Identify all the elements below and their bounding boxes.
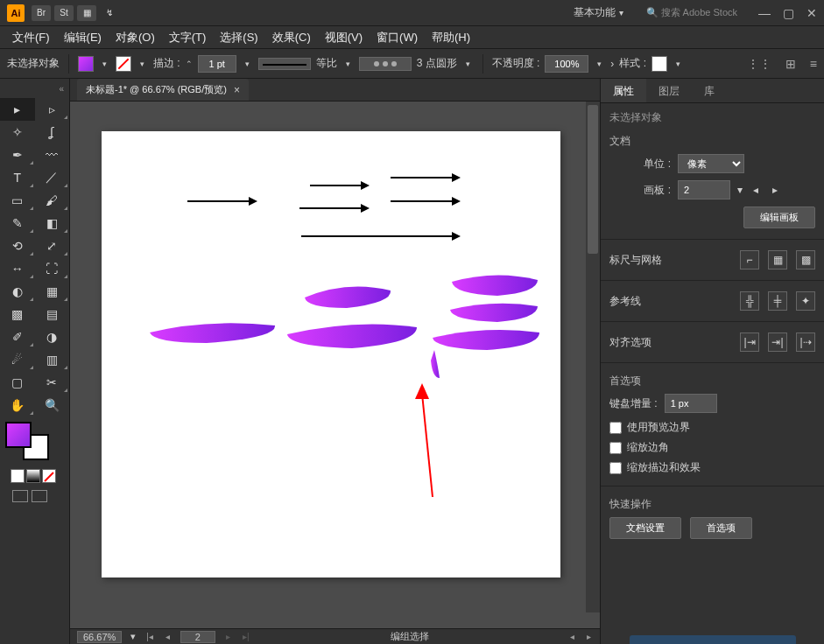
close-tab-icon[interactable]: × xyxy=(234,84,240,96)
chevron-down-icon[interactable]: ▾ xyxy=(99,60,110,68)
workspace-switcher[interactable]: 基本功能▾ xyxy=(565,4,632,22)
magic-wand-tool[interactable]: ✧ xyxy=(0,121,35,144)
line-tool[interactable]: ／ xyxy=(35,166,70,189)
prev-artboard-icon[interactable]: ◂ xyxy=(750,184,762,196)
opacity-input[interactable] xyxy=(545,55,588,73)
align-point-icon[interactable]: ⇥| xyxy=(768,332,787,352)
menu-select[interactable]: 选择(S) xyxy=(213,27,264,48)
shaper-tool[interactable]: ✎ xyxy=(0,212,35,234)
lock-guides-icon[interactable]: ╪ xyxy=(768,291,787,311)
lasso-tool[interactable]: ʆ xyxy=(35,121,70,144)
menu-view[interactable]: 视图(V) xyxy=(318,27,370,48)
edit-artboards-button[interactable]: 编辑画板 xyxy=(743,206,815,228)
direct-selection-tool[interactable]: ▹ xyxy=(35,98,70,121)
document-settings-button[interactable]: 文档设置 xyxy=(609,517,681,539)
menu-file[interactable]: 文件(F) xyxy=(5,27,57,48)
unit-select[interactable]: 像素 xyxy=(678,154,744,173)
canvas[interactable] xyxy=(70,102,600,628)
chevron-right-icon[interactable]: › xyxy=(610,58,614,70)
zoom-tool[interactable]: 🔍 xyxy=(35,394,70,416)
menu-edit[interactable]: 编辑(E) xyxy=(57,27,109,48)
grid-icon[interactable]: ▦ xyxy=(768,250,787,270)
collapse-toolbox-icon[interactable]: « xyxy=(59,84,64,94)
tab-libraries[interactable]: 库 xyxy=(692,79,727,102)
hscroll-right[interactable]: ▸ xyxy=(585,632,593,641)
preview-bounds-checkbox[interactable] xyxy=(609,422,622,434)
chevron-down-icon[interactable]: ▾ xyxy=(137,60,148,68)
stock-button[interactable]: St xyxy=(54,5,74,21)
artboard[interactable] xyxy=(102,131,560,578)
scale-corners-checkbox[interactable] xyxy=(609,442,622,454)
menu-object[interactable]: 对象(O) xyxy=(109,27,162,48)
align-pixel-icon[interactable]: |⇥ xyxy=(740,332,759,352)
stroke-weight-input[interactable] xyxy=(198,55,236,73)
shape-builder-tool[interactable]: ◐ xyxy=(0,280,35,303)
scale-strokes-checkbox[interactable] xyxy=(609,462,622,474)
chevron-down-icon[interactable]: ▾ xyxy=(594,60,605,68)
chevron-down-icon[interactable]: ▾ xyxy=(130,631,136,642)
preferences-button[interactable]: 首选项 xyxy=(690,517,752,539)
tab-layers[interactable]: 图层 xyxy=(646,79,692,102)
rectangle-tool[interactable]: ▭ xyxy=(0,189,35,212)
vertical-scrollbar[interactable] xyxy=(586,102,600,612)
hand-tool[interactable]: ✋ xyxy=(0,394,35,416)
curvature-tool[interactable]: 〰 xyxy=(35,144,70,166)
selection-tool[interactable]: ▸ xyxy=(0,98,35,121)
document-tab[interactable]: 未标题-1* @ 66.67% (RGB/预览) × xyxy=(77,79,249,101)
scale-tool[interactable]: ⤢ xyxy=(35,234,70,257)
fill-swatch[interactable] xyxy=(78,56,94,72)
color-mode-none[interactable] xyxy=(42,469,56,483)
prefs-icon[interactable]: ≡ xyxy=(810,57,817,71)
eyedropper-tool[interactable]: ✐ xyxy=(0,326,35,348)
type-tool[interactable]: T xyxy=(0,166,35,189)
screen-mode-full[interactable] xyxy=(32,490,47,502)
artboard-tool[interactable]: ▢ xyxy=(0,371,35,394)
blend-tool[interactable]: ◑ xyxy=(35,326,70,348)
width-tool[interactable]: ↔ xyxy=(0,257,35,280)
last-artboard-button[interactable]: ▸| xyxy=(241,632,251,641)
fill-color-swatch[interactable] xyxy=(5,422,32,448)
tab-properties[interactable]: 属性 xyxy=(601,79,646,102)
chevron-down-icon[interactable]: ▾ xyxy=(737,184,743,196)
arrange-docs-icon[interactable]: ▦ xyxy=(77,5,96,21)
mesh-tool[interactable]: ▩ xyxy=(0,303,35,326)
next-artboard-button[interactable]: ▸ xyxy=(224,632,232,641)
prev-artboard-button[interactable]: ◂ xyxy=(164,632,172,641)
slice-tool[interactable]: ✂ xyxy=(35,371,70,394)
menu-window[interactable]: 窗口(W) xyxy=(370,27,425,48)
chevron-down-icon[interactable]: ▾ xyxy=(342,60,354,68)
menu-effect[interactable]: 效果(C) xyxy=(265,27,318,48)
maximize-button[interactable]: ▢ xyxy=(783,6,794,20)
kbd-increment-input[interactable] xyxy=(665,394,717,413)
chevron-down-icon[interactable]: ▾ xyxy=(673,60,684,68)
symbol-sprayer-tool[interactable]: ☄ xyxy=(0,348,35,371)
stroke-swatch[interactable] xyxy=(116,56,131,72)
zoom-input[interactable]: 66.67% xyxy=(77,631,122,643)
transform-icon[interactable]: ⊞ xyxy=(785,57,796,71)
perspective-tool[interactable]: ▦ xyxy=(35,280,70,303)
ruler-icon[interactable]: ⌐ xyxy=(740,250,759,270)
graphic-style-swatch[interactable] xyxy=(651,56,667,72)
artboard-index[interactable]: 2 xyxy=(180,631,215,643)
rotate-tool[interactable]: ⟲ xyxy=(0,234,35,257)
transparency-grid-icon[interactable]: ▩ xyxy=(796,250,815,270)
artboard-number-input[interactable] xyxy=(678,180,730,200)
pen-tool[interactable]: ✒ xyxy=(0,144,35,166)
minimize-button[interactable]: — xyxy=(758,6,771,20)
gradient-tool[interactable]: ▤ xyxy=(35,303,70,326)
align-key-icon[interactable]: |⇢ xyxy=(796,332,815,352)
first-artboard-button[interactable]: |◂ xyxy=(144,632,155,641)
show-guides-icon[interactable]: ╬ xyxy=(740,291,759,311)
chevron-down-icon[interactable]: ▾ xyxy=(462,60,474,68)
menu-type[interactable]: 文字(T) xyxy=(162,27,214,48)
chevron-down-icon[interactable]: ▾ xyxy=(242,60,253,68)
search-stock-input[interactable]: 搜索 Adobe Stock xyxy=(641,4,743,21)
free-transform-tool[interactable]: ⛶ xyxy=(35,257,70,280)
next-artboard-icon[interactable]: ▸ xyxy=(769,184,781,196)
graph-tool[interactable]: ▥ xyxy=(35,348,70,371)
brush-definition[interactable] xyxy=(359,57,412,71)
smart-guides-icon[interactable]: ✦ xyxy=(796,291,815,311)
stroke-profile[interactable] xyxy=(258,58,311,70)
screen-mode-normal[interactable] xyxy=(12,490,28,502)
gpu-icon[interactable]: ↯ xyxy=(100,5,119,21)
